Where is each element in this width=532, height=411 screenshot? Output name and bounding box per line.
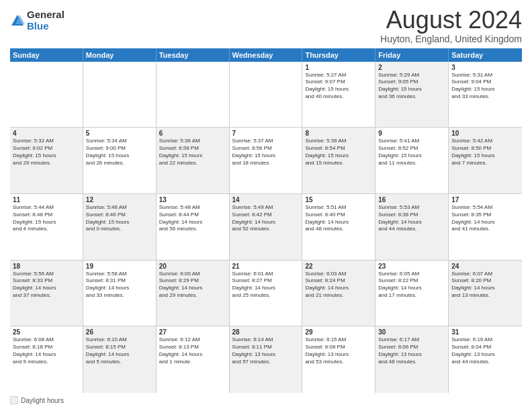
day-number: 22 bbox=[305, 263, 372, 270]
cell-info: Sunrise: 5:34 AM Sunset: 9:00 PM Dayligh… bbox=[86, 138, 153, 167]
day-number: 17 bbox=[451, 196, 519, 203]
cal-cell-w5-d4: 28Sunrise: 6:14 AM Sunset: 8:11 PM Dayli… bbox=[230, 326, 303, 393]
header-friday: Friday bbox=[375, 48, 449, 62]
cal-cell-w3-d6: 16Sunrise: 5:53 AM Sunset: 8:38 PM Dayli… bbox=[375, 194, 449, 260]
week-row-4: 18Sunrise: 5:56 AM Sunset: 8:33 PM Dayli… bbox=[10, 261, 522, 327]
cal-cell-w4-d4: 21Sunrise: 6:01 AM Sunset: 8:27 PM Dayli… bbox=[230, 261, 303, 326]
cell-info: Sunrise: 5:36 AM Sunset: 8:58 PM Dayligh… bbox=[159, 138, 226, 167]
cell-info: Sunrise: 5:37 AM Sunset: 8:56 PM Dayligh… bbox=[232, 138, 300, 167]
cell-info: Sunrise: 6:15 AM Sunset: 8:08 PM Dayligh… bbox=[305, 336, 372, 365]
day-number: 28 bbox=[232, 328, 300, 336]
cell-info: Sunrise: 5:46 AM Sunset: 8:46 PM Dayligh… bbox=[86, 204, 153, 233]
cell-info: Sunrise: 5:32 AM Sunset: 9:02 PM Dayligh… bbox=[13, 138, 80, 167]
cell-info: Sunrise: 5:31 AM Sunset: 9:04 PM Dayligh… bbox=[451, 72, 519, 101]
cal-cell-w2-d5: 8Sunrise: 5:39 AM Sunset: 8:54 PM Daylig… bbox=[302, 128, 375, 193]
cell-info: Sunrise: 5:56 AM Sunset: 8:33 PM Dayligh… bbox=[13, 271, 80, 300]
day-number: 19 bbox=[86, 263, 153, 270]
cell-info: Sunrise: 5:39 AM Sunset: 8:54 PM Dayligh… bbox=[305, 138, 372, 167]
day-number: 12 bbox=[86, 196, 153, 203]
day-number: 31 bbox=[451, 328, 519, 336]
logo-general-text: General bbox=[27, 9, 64, 21]
cell-info: Sunrise: 5:54 AM Sunset: 8:35 PM Dayligh… bbox=[451, 204, 519, 233]
cell-info: Sunrise: 5:53 AM Sunset: 8:38 PM Dayligh… bbox=[378, 204, 445, 233]
cell-info: Sunrise: 6:01 AM Sunset: 8:27 PM Dayligh… bbox=[232, 271, 300, 300]
main-title: August 2024 bbox=[380, 7, 522, 34]
cal-cell-w3-d1: 11Sunrise: 5:44 AM Sunset: 8:48 PM Dayli… bbox=[10, 194, 83, 260]
cell-info: Sunrise: 5:48 AM Sunset: 8:44 PM Dayligh… bbox=[159, 204, 226, 233]
logo-blue-text: Blue bbox=[27, 21, 64, 32]
day-number: 16 bbox=[378, 196, 445, 203]
day-number: 7 bbox=[232, 130, 300, 137]
cal-cell-w3-d2: 12Sunrise: 5:46 AM Sunset: 8:46 PM Dayli… bbox=[83, 194, 157, 260]
day-number: 18 bbox=[13, 263, 80, 270]
footer-legend: Daylight hours bbox=[10, 396, 64, 404]
cell-info: Sunrise: 6:00 AM Sunset: 8:29 PM Dayligh… bbox=[159, 271, 226, 300]
day-number: 10 bbox=[451, 130, 519, 137]
day-number: 13 bbox=[159, 196, 226, 203]
day-number: 27 bbox=[159, 328, 226, 336]
day-number: 8 bbox=[305, 130, 372, 137]
cell-info: Sunrise: 6:08 AM Sunset: 8:18 PM Dayligh… bbox=[13, 336, 80, 365]
cell-info: Sunrise: 5:49 AM Sunset: 8:42 PM Dayligh… bbox=[232, 204, 300, 233]
cal-cell-w4-d2: 19Sunrise: 5:58 AM Sunset: 8:31 PM Dayli… bbox=[83, 261, 157, 326]
logo-icon bbox=[10, 13, 25, 28]
header-tuesday: Tuesday bbox=[157, 48, 230, 62]
cal-cell-w4-d5: 22Sunrise: 6:03 AM Sunset: 8:24 PM Dayli… bbox=[302, 261, 375, 326]
day-number: 29 bbox=[305, 328, 372, 336]
cal-cell-w1-d2 bbox=[83, 62, 157, 128]
day-number: 2 bbox=[378, 64, 445, 71]
day-number: 30 bbox=[378, 328, 445, 336]
cell-info: Sunrise: 6:19 AM Sunset: 8:04 PM Dayligh… bbox=[451, 336, 519, 365]
header-thursday: Thursday bbox=[302, 48, 375, 62]
day-number: 4 bbox=[13, 130, 80, 137]
cal-cell-w2-d6: 9Sunrise: 5:41 AM Sunset: 8:52 PM Daylig… bbox=[375, 128, 449, 193]
cal-cell-w2-d2: 5Sunrise: 5:34 AM Sunset: 9:00 PM Daylig… bbox=[83, 128, 157, 193]
day-number: 6 bbox=[159, 130, 226, 137]
cell-info: Sunrise: 5:51 AM Sunset: 8:40 PM Dayligh… bbox=[305, 204, 372, 233]
cal-cell-w5-d5: 29Sunrise: 6:15 AM Sunset: 8:08 PM Dayli… bbox=[302, 326, 375, 393]
day-number: 14 bbox=[232, 196, 300, 203]
day-number: 3 bbox=[451, 64, 519, 71]
cell-info: Sunrise: 6:17 AM Sunset: 8:06 PM Dayligh… bbox=[378, 336, 445, 365]
cal-cell-w5-d2: 26Sunrise: 6:10 AM Sunset: 8:15 PM Dayli… bbox=[83, 326, 157, 393]
cal-cell-w3-d7: 17Sunrise: 5:54 AM Sunset: 8:35 PM Dayli… bbox=[449, 194, 522, 260]
cal-cell-w1-d7: 3Sunrise: 5:31 AM Sunset: 9:04 PM Daylig… bbox=[449, 62, 522, 128]
week-row-5: 25Sunrise: 6:08 AM Sunset: 8:18 PM Dayli… bbox=[10, 326, 522, 393]
cell-info: Sunrise: 6:05 AM Sunset: 8:22 PM Dayligh… bbox=[378, 271, 445, 300]
calendar: Sunday Monday Tuesday Wednesday Thursday… bbox=[10, 48, 522, 393]
cell-info: Sunrise: 6:07 AM Sunset: 8:20 PM Dayligh… bbox=[451, 271, 519, 300]
cell-info: Sunrise: 5:41 AM Sunset: 8:52 PM Dayligh… bbox=[378, 138, 445, 167]
cal-cell-w3-d5: 15Sunrise: 5:51 AM Sunset: 8:40 PM Dayli… bbox=[302, 194, 375, 260]
cal-cell-w2-d1: 4Sunrise: 5:32 AM Sunset: 9:02 PM Daylig… bbox=[10, 128, 83, 193]
day-number: 20 bbox=[159, 263, 226, 270]
cal-cell-w5-d6: 30Sunrise: 6:17 AM Sunset: 8:06 PM Dayli… bbox=[375, 326, 449, 393]
day-number: 24 bbox=[451, 263, 519, 270]
cal-cell-w1-d3 bbox=[157, 62, 230, 128]
header-wednesday: Wednesday bbox=[230, 48, 303, 62]
day-number: 23 bbox=[378, 263, 445, 270]
cal-cell-w1-d5: 1Sunrise: 5:27 AM Sunset: 9:07 PM Daylig… bbox=[302, 62, 375, 128]
week-row-3: 11Sunrise: 5:44 AM Sunset: 8:48 PM Dayli… bbox=[10, 194, 522, 261]
cal-cell-w4-d1: 18Sunrise: 5:56 AM Sunset: 8:33 PM Dayli… bbox=[10, 261, 83, 326]
cal-cell-w4-d3: 20Sunrise: 6:00 AM Sunset: 8:29 PM Dayli… bbox=[157, 261, 230, 326]
cell-info: Sunrise: 6:14 AM Sunset: 8:11 PM Dayligh… bbox=[232, 336, 300, 365]
footer: Daylight hours bbox=[10, 396, 522, 404]
legend-label: Daylight hours bbox=[21, 397, 64, 404]
cell-info: Sunrise: 6:10 AM Sunset: 8:15 PM Dayligh… bbox=[86, 336, 153, 365]
subtitle: Huyton, England, United Kingdom bbox=[380, 34, 522, 44]
logo: General Blue bbox=[10, 9, 64, 32]
cal-cell-w5-d1: 25Sunrise: 6:08 AM Sunset: 8:18 PM Dayli… bbox=[10, 326, 83, 393]
week-row-1: 1Sunrise: 5:27 AM Sunset: 9:07 PM Daylig… bbox=[10, 62, 522, 128]
cal-cell-w4-d6: 23Sunrise: 6:05 AM Sunset: 8:22 PM Dayli… bbox=[375, 261, 449, 326]
day-number: 15 bbox=[305, 196, 372, 203]
week-row-2: 4Sunrise: 5:32 AM Sunset: 9:02 PM Daylig… bbox=[10, 128, 522, 194]
page: General Blue August 2024 Huyton, England… bbox=[0, 0, 532, 411]
cell-info: Sunrise: 6:12 AM Sunset: 8:13 PM Dayligh… bbox=[159, 336, 226, 365]
cell-info: Sunrise: 5:42 AM Sunset: 8:50 PM Dayligh… bbox=[451, 138, 519, 167]
header-monday: Monday bbox=[83, 48, 157, 62]
day-number: 11 bbox=[13, 196, 80, 203]
day-number: 21 bbox=[232, 263, 300, 270]
cell-info: Sunrise: 5:44 AM Sunset: 8:48 PM Dayligh… bbox=[13, 204, 80, 233]
header-saturday: Saturday bbox=[449, 48, 522, 62]
day-number: 1 bbox=[305, 64, 372, 71]
